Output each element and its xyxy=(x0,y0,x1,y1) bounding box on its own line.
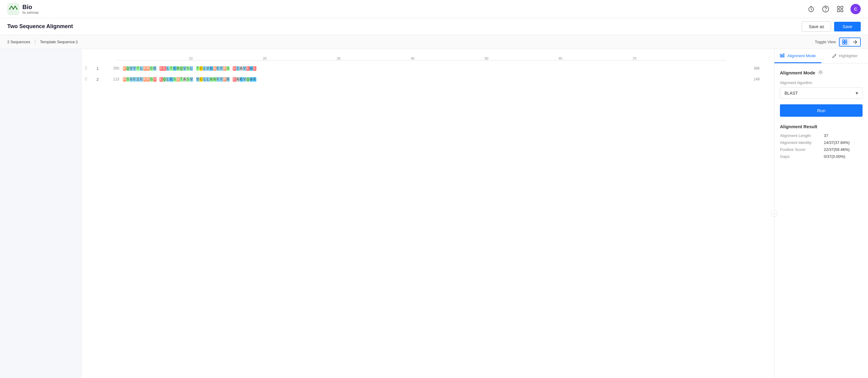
aa-char: L xyxy=(203,77,206,82)
ruler-mark-30: 30 xyxy=(337,57,340,60)
drag-handle[interactable]: ⠿ xyxy=(82,66,89,71)
aa-char: E xyxy=(159,77,163,82)
aa-char: R xyxy=(153,66,156,71)
sequence-viewer: 10 20 30 40 50 60 70 ⠿1350PQVYTLPPSR DEL… xyxy=(82,49,774,378)
run-button[interactable]: Run xyxy=(780,104,863,117)
aa-char: Y xyxy=(220,77,223,82)
aa-char: K xyxy=(253,77,256,82)
result-rows: Alignment Length:37Alignment Identity:14… xyxy=(780,133,863,159)
result-key: Positive Score: xyxy=(780,147,824,152)
ruler-mark-20: 20 xyxy=(263,57,267,60)
seq-end: 149 xyxy=(750,77,774,81)
svg-rect-9 xyxy=(837,10,840,12)
aa-char: T xyxy=(136,66,140,71)
aa-char: Y xyxy=(220,66,223,71)
svg-rect-11 xyxy=(843,40,844,42)
sequence-rows: ⠿1350PQVYTLPPSR DELTKNQVSL TCLVKGFYPS DI… xyxy=(82,63,774,85)
seq-start: 350 xyxy=(99,66,123,70)
aa-char: Q xyxy=(180,66,183,71)
aa-char: F xyxy=(216,66,220,71)
aa-char: T xyxy=(196,66,199,71)
aa-char: V xyxy=(207,66,210,71)
aa-char: E xyxy=(246,66,250,71)
header: Bio by patsnap xyxy=(0,0,868,18)
aa-char: K xyxy=(173,66,177,71)
toggle-view-buttons xyxy=(839,37,861,46)
panel-collapse-button[interactable]: › xyxy=(771,210,777,217)
aa-char: L xyxy=(140,66,143,71)
grid-icon[interactable] xyxy=(836,5,844,13)
aa-char: P xyxy=(143,66,147,71)
aa-char: D xyxy=(153,77,156,82)
table-row: ⠿2113PSVFIFPPSD EQLKSGTASV VCLLNNFYPR EA… xyxy=(82,74,774,85)
svg-point-19 xyxy=(819,71,822,73)
aa-char: P xyxy=(147,66,150,71)
save-button[interactable]: Save xyxy=(834,22,861,31)
aa-char: W xyxy=(250,66,253,71)
toggle-view-grid-button[interactable] xyxy=(840,38,850,46)
svg-rect-8 xyxy=(841,6,843,8)
page-title: Two Sequence Alignment xyxy=(7,23,73,30)
aa-char: K xyxy=(210,66,213,71)
drag-handle[interactable]: ⠿ xyxy=(82,77,89,82)
aa-char: S xyxy=(150,77,153,82)
aa-char: L xyxy=(203,66,206,71)
aa-char: S xyxy=(126,77,129,82)
aa-char: T xyxy=(180,77,183,82)
aa-char: W xyxy=(250,77,253,82)
logo-text: Bio by patsnap xyxy=(22,3,39,14)
aa-char: Y xyxy=(133,66,136,71)
toggle-view-area: Toggle View xyxy=(815,37,861,46)
save-as-button[interactable]: Save as xyxy=(802,22,831,32)
result-row: Alignment Length:37 xyxy=(780,133,863,138)
aa-char: I xyxy=(236,66,239,71)
algorithm-field-label: Alignment Algorithm xyxy=(780,81,863,85)
logo-icon xyxy=(7,3,19,15)
aa-char: V xyxy=(243,66,246,71)
algorithm-select[interactable]: BLAST Smith-Waterman Needleman-Wunsch xyxy=(780,88,863,99)
aa-char: L xyxy=(166,66,169,71)
aa-char: R xyxy=(226,77,230,82)
aa-char: S xyxy=(150,66,153,71)
result-row: Alignment Identity:14/37(37.84%) xyxy=(780,140,863,145)
aa-char: G xyxy=(213,66,216,71)
toolbar: Two Sequence Alignment Save as Save xyxy=(0,18,868,35)
ruler-mark-10: 10 xyxy=(189,57,192,60)
aa-char: V xyxy=(243,77,246,82)
aa-char: L xyxy=(166,77,169,82)
toggle-view-expand-button[interactable] xyxy=(850,38,860,46)
result-value: 37 xyxy=(824,133,828,138)
right-panel: Alignment Mode Highlighter Alignment Mod… xyxy=(774,49,868,378)
aa-char: V xyxy=(129,66,133,71)
result-value: 0/37(0.00%) xyxy=(824,154,845,159)
panel-body: Alignment Mode Alignment Algorithm BLAST… xyxy=(774,64,868,378)
gear-icon[interactable] xyxy=(818,70,823,76)
result-key: Alignment Length: xyxy=(780,133,824,138)
tab-highlighter-label: Highlighter xyxy=(839,54,858,58)
logo-area: Bio by patsnap xyxy=(7,3,39,15)
subtitle-divider: | xyxy=(34,39,36,45)
svg-rect-14 xyxy=(845,42,847,44)
aa-char: I xyxy=(136,77,140,82)
logo-bio-text: Bio xyxy=(22,3,39,10)
aa-char: N xyxy=(210,77,213,82)
alignment-mode-section-title: Alignment Mode xyxy=(780,70,863,76)
tab-alignment-mode[interactable]: Alignment Mode xyxy=(774,49,822,63)
result-row: Positive Score:22/37(59.46%) xyxy=(780,147,863,152)
aa-char: F xyxy=(216,77,220,82)
user-avatar[interactable]: C xyxy=(850,4,861,14)
template-sequence: Template Sequence:1 xyxy=(40,40,78,44)
aa-char: A xyxy=(236,77,239,82)
alignment-mode-title-text: Alignment Mode xyxy=(780,70,815,75)
seq-index: 1 xyxy=(89,66,99,71)
seq-end: 386 xyxy=(750,66,774,70)
result-key: Gaps: xyxy=(780,154,824,159)
ruler-mark-70: 70 xyxy=(632,57,636,60)
help-icon[interactable] xyxy=(822,5,830,13)
ruler-area: 10 20 30 40 50 60 70 xyxy=(100,52,750,63)
aa-char: N xyxy=(213,77,216,82)
tab-alignment-mode-label: Alignment Mode xyxy=(787,54,816,58)
timer-icon[interactable] xyxy=(807,5,815,13)
algorithm-select-wrapper: BLAST Smith-Waterman Needleman-Wunsch ▼ xyxy=(780,88,863,99)
tab-highlighter[interactable]: Highlighter xyxy=(822,49,868,63)
